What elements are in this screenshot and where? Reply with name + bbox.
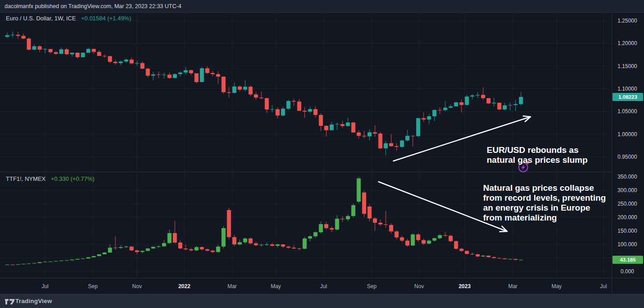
candle-body [32,263,37,263]
time-axis-label[interactable]: May [271,283,281,290]
time-axis-label[interactable]: 2023 [459,283,471,290]
time-axis-label[interactable]: Jul [600,283,607,290]
candle-body [368,207,372,218]
trend-arrow-head [523,116,530,117]
price-axis-label[interactable]: 300.000 [617,187,637,193]
candle-body [319,115,323,126]
last-price-badge-eurusd: 1.08223 [612,93,643,101]
candle-body [38,46,42,50]
price-axis-label[interactable]: 150.000 [617,228,637,234]
time-axis-label[interactable]: Sep [367,283,377,290]
candle-body [114,248,118,248]
candle-body [49,262,53,262]
candle-body [260,245,264,245]
candle-body [416,234,420,240]
candle-body [346,123,350,126]
price-axis-label[interactable]: 100.000 [617,241,637,248]
candle-body [270,109,274,110]
candle-body [65,49,69,54]
candle-body [124,247,128,247]
candle-body [178,243,183,248]
candle-body [487,256,491,257]
price-axis-label[interactable]: 1.20000 [617,40,637,46]
legend-ttf[interactable]: TTF1!, NYMEX +0.330 (+0.77%) [6,175,95,182]
candle-body [65,260,69,261]
price-axis-label[interactable]: 350.000 [617,174,637,180]
tradingview-logo-text[interactable]: TradingView [15,294,52,308]
candle-body [443,108,448,110]
candle-body [508,259,512,259]
candle-body [362,136,366,136]
candle-body [411,136,415,136]
time-axis-label[interactable]: May [552,283,562,290]
candle-body [449,106,453,108]
candle-body [481,95,485,98]
candle-body [59,261,64,261]
candle-body [292,101,296,101]
time-axis-label[interactable]: Sep [88,283,98,290]
price-axis-label[interactable]: 1.10000 [617,86,637,92]
candle-body [76,53,80,57]
time-axis-label[interactable]: Mar [508,283,518,290]
candle-body [460,102,464,105]
candle-body [103,56,107,56]
time-axis-label[interactable]: Jul [320,283,327,290]
price-axis-label[interactable]: 250.000 [617,201,637,207]
candle-body [379,223,383,225]
time-axis-label[interactable]: Jul [41,283,48,290]
publish-info: dacolmanfx published on TradingView.com,… [5,0,181,13]
price-axis-label[interactable]: 1.25000 [617,18,637,24]
price-axis-label[interactable]: 1.00000 [617,131,637,138]
annotation-line: Natural gas prices collapse [483,183,606,193]
candle-body [265,244,269,245]
candle-body [222,77,226,92]
candle-body [11,265,15,265]
candle-body [379,133,383,148]
candle-body [400,237,404,240]
candle-body [308,109,312,112]
candle-body [103,253,107,254]
candle-body [243,239,247,242]
candle-body [151,247,155,248]
price-axis-label[interactable]: 200.000 [617,214,637,221]
candle-body [200,247,204,249]
candle-body [108,56,112,62]
trend-arrow-head [500,231,507,232]
candle-body [341,124,345,126]
price-axis-label[interactable]: 1.15000 [617,63,637,69]
candle-body [454,241,458,249]
price-axis-label[interactable]: 1.05000 [617,108,637,115]
candle-body [200,68,204,82]
time-axis-label[interactable]: Mar [228,283,237,290]
candle-body [406,136,410,140]
candle-body [324,224,329,228]
candle-body [503,106,507,110]
candle-body [433,110,437,116]
candle-body [43,49,47,50]
symbol-title[interactable]: Euro / U.S. Dollar, 1W, ICE [6,15,76,22]
candle-body [135,63,139,64]
symbol-title[interactable]: TTF1!, NYMEX [6,175,46,182]
candle-body [400,141,404,147]
annotation-gas-collapse[interactable]: Natural gas prices collapsefrom record l… [483,183,606,223]
candle-body [498,103,502,110]
candle-body [384,143,388,148]
time-axis-label[interactable]: Nov [132,283,142,290]
candle-body [514,259,518,260]
tradingview-logo-icon[interactable] [5,298,15,306]
price-axis-label[interactable]: 0.95000 [617,154,637,160]
candle-body [508,105,512,106]
candle-body [151,74,155,76]
candle-body [254,244,258,245]
candle-body [281,109,285,115]
candle-body [92,49,96,52]
price-axis-label[interactable]: 0.000 [621,268,634,275]
candle-body [5,35,9,37]
candle-body [11,35,15,35]
annotation-line: natural gas prices slump [487,155,588,165]
time-axis-label[interactable]: 2022 [178,283,191,290]
time-axis-label[interactable]: Nov [414,283,424,290]
candle-body [519,260,523,260]
annotation-eurusd-rebound[interactable]: EUR/USD rebounds asnatural gas prices sl… [487,145,588,165]
legend-eurusd[interactable]: Euro / U.S. Dollar, 1W, ICE +0.01584 (+1… [6,15,131,22]
